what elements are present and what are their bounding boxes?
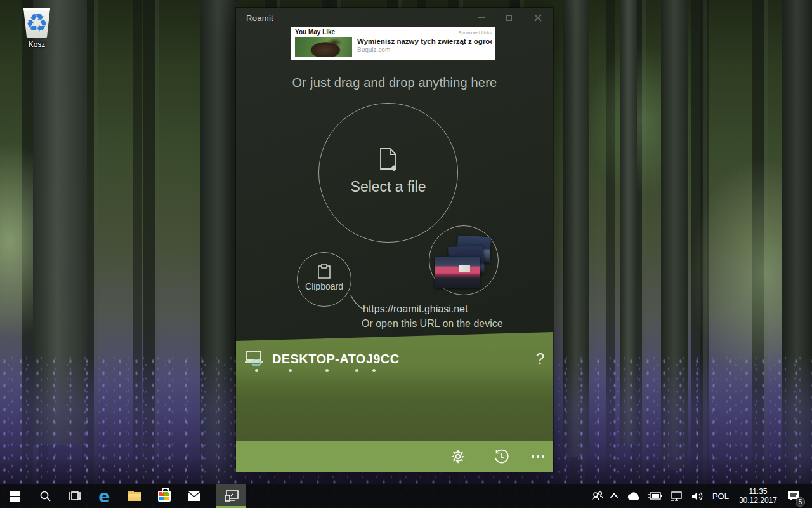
ad-source: Buquiz.com	[357, 46, 492, 53]
file-explorer-icon	[128, 491, 141, 501]
start-button[interactable]	[0, 484, 30, 508]
people-button[interactable]	[589, 484, 606, 508]
speaker-icon	[692, 491, 704, 501]
drag-drop-hint: Or just drag and drop anything here	[236, 76, 553, 90]
close-icon	[534, 14, 542, 22]
gear-icon	[450, 449, 466, 464]
recycle-bin-label: Kosz	[15, 40, 58, 49]
ad-section-label: You May Like	[295, 29, 335, 36]
notification-badge: 5	[796, 497, 805, 507]
ellipsis-icon	[532, 455, 544, 458]
ad-headline[interactable]: Wymienisz nazwy tych zwierząt z ogrodów …	[357, 37, 492, 45]
cloud-icon	[627, 492, 639, 500]
share-url: https://roamit.ghiasi.net	[363, 304, 468, 315]
progress-dots	[236, 369, 553, 373]
device-area[interactable]: DESKTOP-ATOJ9CC ?	[236, 332, 553, 441]
recycle-bin-shortcut[interactable]: ♻ Kosz	[15, 8, 58, 49]
date: 30.12.2017	[739, 496, 777, 505]
clock[interactable]: 11:35 30.12.2017	[735, 484, 781, 508]
ethernet-icon	[671, 491, 683, 501]
close-button[interactable]	[528, 10, 548, 25]
titlebar[interactable]: Roamit	[236, 8, 553, 28]
search-icon	[39, 490, 51, 502]
history-button[interactable]	[488, 444, 514, 469]
chevron-up-icon	[610, 493, 619, 501]
windows-logo-icon	[10, 491, 20, 502]
edge-icon: e	[98, 488, 110, 505]
roamit-taskbar-button[interactable]	[216, 484, 246, 508]
maximize-icon	[506, 15, 512, 21]
device-name: DESKTOP-ATOJ9CC	[272, 352, 536, 366]
device-row[interactable]: DESKTOP-ATOJ9CC ?	[244, 347, 544, 370]
language-indicator[interactable]: POL	[710, 484, 731, 508]
ad-sponsored-label: Sponsored Links	[459, 30, 492, 35]
photo-thumbnail	[435, 257, 480, 288]
search-button[interactable]	[30, 484, 60, 508]
battery-button[interactable]	[646, 484, 664, 508]
photos-button[interactable]	[429, 225, 499, 295]
laptop-cloud-icon	[244, 350, 266, 368]
more-button[interactable]	[525, 444, 551, 469]
edge-button[interactable]: e	[89, 484, 119, 508]
clipboard-label: Clipboard	[298, 281, 351, 291]
store-icon	[158, 491, 171, 502]
ad-thumbnail-image[interactable]	[295, 37, 352, 57]
action-center-button[interactable]: 5	[785, 484, 802, 508]
clipboard-button[interactable]: Clipboard	[297, 252, 351, 307]
settings-button[interactable]	[445, 444, 471, 469]
ad-banner[interactable]: You May Like Sponsored Links Wymienisz n…	[291, 27, 495, 60]
roamit-window: Roamit You May Like Sponsored Links Wymi…	[236, 8, 553, 472]
select-file-label: Select a file	[319, 178, 457, 196]
minimize-button[interactable]	[471, 10, 491, 25]
mail-icon	[188, 491, 200, 501]
select-file-button[interactable]: Select a file	[318, 103, 458, 243]
task-view-icon	[69, 491, 81, 500]
store-button[interactable]	[149, 484, 179, 508]
network-button[interactable]	[668, 484, 686, 508]
battery-charging-icon	[648, 492, 662, 500]
window-title: Roamit	[246, 13, 273, 23]
help-icon[interactable]: ?	[536, 350, 544, 368]
history-icon	[493, 448, 509, 465]
maximize-button[interactable]	[499, 10, 519, 25]
taskbar: e	[0, 484, 812, 508]
volume-button[interactable]	[690, 484, 706, 508]
recycle-bin-icon: ♻	[23, 8, 51, 38]
time: 11:35	[739, 487, 777, 496]
onedrive-button[interactable]	[624, 484, 642, 508]
roamit-app-icon	[225, 490, 239, 502]
mail-button[interactable]	[179, 484, 209, 508]
people-icon	[592, 491, 603, 501]
clipboard-icon	[298, 264, 351, 279]
device-panel: DESKTOP-ATOJ9CC ?	[236, 332, 553, 472]
file-explorer-button[interactable]	[119, 484, 149, 508]
command-bar	[236, 441, 553, 472]
open-url-link[interactable]: Or open this URL on the device	[362, 318, 503, 330]
hidden-icons-button[interactable]	[610, 484, 620, 508]
task-view-button[interactable]	[60, 484, 89, 508]
minimize-icon	[478, 17, 485, 18]
show-desktop-button[interactable]	[809, 484, 809, 508]
file-upload-icon	[319, 148, 457, 172]
